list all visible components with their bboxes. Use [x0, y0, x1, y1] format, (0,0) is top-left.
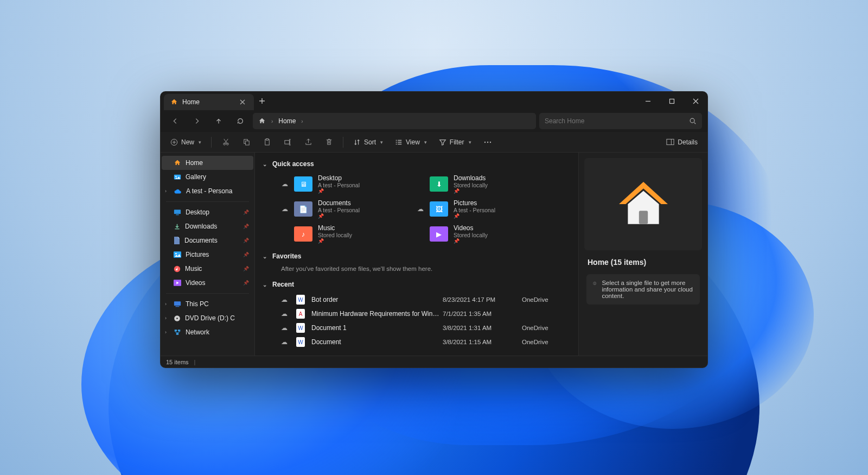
section-recent[interactable]: ⌄ Recent — [263, 277, 571, 292]
tab-title: Home — [182, 98, 200, 106]
details-pane: Home (15 items) Select a single file to … — [578, 153, 707, 356]
chevron-down-icon: ⌄ — [263, 161, 267, 167]
rename-button[interactable] — [279, 135, 296, 150]
copy-button[interactable] — [238, 135, 255, 150]
recent-file-row[interactable]: ☁ W Document 1 3/8/2021 1:31 AM OneDrive — [281, 321, 571, 335]
window-maximize-button[interactable] — [660, 92, 684, 110]
main-content: ⌄ Quick access ☁ 🖥 Desktop A test - Pers… — [255, 153, 578, 356]
sidebar-item-documents[interactable]: Documents📌 — [162, 233, 253, 248]
section-favorites[interactable]: ⌄ Favorites — [263, 249, 571, 263]
sidebar-item-music[interactable]: Music📌 — [162, 262, 253, 276]
download-icon — [174, 223, 181, 230]
svg-point-10 — [484, 141, 485, 142]
filter-button[interactable]: Filter▾ — [435, 135, 476, 150]
folder-icon: ▶ — [430, 226, 448, 242]
sidebar-item-pictures[interactable]: Pictures📌 — [162, 248, 253, 262]
share-button[interactable] — [299, 135, 317, 150]
file-date: 8/23/2021 4:17 PM — [443, 296, 519, 303]
quick-access-item[interactable]: ☁ 📄 Documents A test - Personal 📌 — [281, 199, 400, 219]
close-icon — [693, 98, 699, 104]
file-location: OneDrive — [522, 325, 571, 331]
file-name: Document 1 — [311, 324, 439, 332]
svg-rect-27 — [178, 330, 180, 332]
recent-file-row[interactable]: ☁ A Minimum Hardware Requirements for Wi… — [281, 307, 571, 321]
svg-rect-16 — [174, 210, 181, 214]
favorites-empty-text: After you've favorited some files, we'll… — [263, 263, 571, 277]
more-icon — [483, 138, 492, 146]
search-box[interactable] — [539, 113, 702, 129]
sort-button[interactable]: Sort▾ — [349, 135, 387, 150]
sidebar-item-videos[interactable]: Videos📌 — [162, 276, 253, 290]
sidebar-item-network[interactable]: ›Network — [162, 325, 253, 339]
pin-icon: 📌 — [454, 238, 488, 244]
section-quick-access[interactable]: ⌄ Quick access — [263, 157, 571, 171]
paste-button[interactable] — [258, 135, 276, 150]
search-input[interactable] — [545, 117, 685, 125]
new-button[interactable]: New▾ — [166, 135, 206, 150]
nav-back-button[interactable] — [166, 113, 184, 129]
details-pane-button[interactable]: Details — [662, 135, 702, 150]
quick-access-item[interactable]: ☁ 🖥 Desktop A test - Personal 📌 — [281, 174, 400, 194]
breadcrumb-home[interactable]: Home — [278, 117, 296, 125]
home-icon — [616, 180, 671, 229]
file-date: 3/8/2021 1:15 AM — [443, 339, 519, 345]
file-explorer-window: Home › Home › — [160, 91, 708, 368]
svg-rect-18 — [174, 251, 181, 257]
chevron-right-icon: › — [301, 118, 303, 124]
arrow-right-icon — [193, 117, 201, 125]
sidebar-item-gallery[interactable]: Gallery — [162, 170, 253, 184]
qa-sub: A test - Personal — [318, 182, 360, 188]
breadcrumb-bar[interactable]: › Home › — [253, 113, 536, 129]
new-tab-button[interactable] — [254, 92, 270, 110]
word-file-icon: W — [296, 337, 305, 347]
sidebar-item-desktop[interactable]: Desktop📌 — [162, 205, 253, 219]
pin-icon: 📌 — [243, 210, 249, 215]
delete-button[interactable] — [320, 135, 337, 150]
pin-icon: 📌 — [243, 266, 249, 271]
pin-icon: 📌 — [318, 238, 352, 244]
more-button[interactable] — [479, 135, 496, 150]
recent-file-row[interactable]: ☁ W Document 3/8/2021 1:15 AM OneDrive — [281, 335, 571, 349]
svg-rect-9 — [284, 141, 289, 144]
nav-refresh-button[interactable] — [231, 113, 250, 129]
chevron-right-icon: › — [165, 315, 167, 321]
svg-point-12 — [489, 141, 490, 142]
sidebar-item-thispc[interactable]: ›This PC — [162, 297, 253, 311]
view-button[interactable]: View▾ — [391, 135, 431, 150]
details-large-icon — [584, 158, 702, 250]
refresh-icon — [237, 117, 244, 125]
tab-close-button[interactable] — [237, 98, 248, 106]
folder-icon: 🖼 — [430, 201, 448, 217]
paste-icon — [263, 138, 271, 146]
nav-forward-button[interactable] — [188, 113, 206, 129]
quick-access-item[interactable]: ☁ 🖼 Pictures A test - Personal 📌 — [417, 199, 536, 219]
sidebar-item-downloads[interactable]: Downloads📌 — [162, 219, 253, 233]
quick-access-item[interactable]: ♪ Music Stored locally 📌 — [281, 224, 400, 244]
close-icon — [240, 99, 245, 105]
arrow-up-icon — [215, 117, 222, 125]
recent-file-row[interactable]: ☁ W Bot order 8/23/2021 4:17 PM OneDrive — [281, 293, 571, 307]
quick-access-item[interactable]: ⬇ Downloads Stored locally 📌 — [417, 174, 536, 194]
cut-button[interactable] — [217, 135, 234, 150]
sidebar-item-home[interactable]: Home — [162, 156, 253, 170]
trash-icon — [325, 138, 333, 146]
tab-home[interactable]: Home — [164, 94, 254, 110]
nav-up-button[interactable] — [209, 113, 228, 129]
sidebar-item-onedrive[interactable]: › A test - Persona — [162, 184, 253, 198]
pin-icon: 📌 — [243, 280, 249, 286]
svg-point-25 — [176, 318, 178, 319]
sidebar-item-dvddrive[interactable]: ›DVD Drive (D:) C — [162, 311, 253, 325]
window-close-button[interactable] — [684, 92, 707, 110]
svg-rect-22 — [174, 301, 181, 306]
chevron-down-icon: ▾ — [199, 140, 201, 145]
quick-access-item[interactable]: ▶ Videos Stored locally 📌 — [417, 224, 536, 244]
window-minimize-button[interactable] — [636, 92, 660, 110]
qa-name: Pictures — [454, 199, 495, 207]
status-bar: 15 items | — [161, 356, 707, 368]
pc-icon — [174, 301, 181, 307]
qa-sub: Stored locally — [454, 182, 488, 188]
chevron-down-icon: ⌄ — [263, 254, 267, 259]
plus-circle-icon — [170, 138, 178, 146]
pin-icon: 📌 — [243, 238, 249, 243]
plus-icon — [259, 98, 265, 104]
